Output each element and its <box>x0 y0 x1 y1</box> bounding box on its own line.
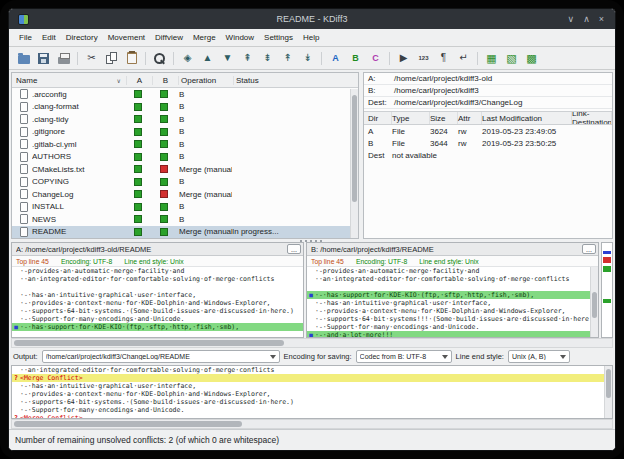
output-horizontal-scrollbar[interactable] <box>11 419 613 429</box>
line-marker <box>12 299 20 307</box>
line-end-combo[interactable]: Unix (A, B) <box>508 350 570 363</box>
dir-merge-button[interactable]: ▧ <box>502 49 521 68</box>
column-header-operation[interactable]: Operation <box>179 76 234 85</box>
scrollbar-thumb[interactable] <box>14 340 284 346</box>
scrollbar-thumb[interactable] <box>606 369 611 398</box>
file-name: COPYING <box>32 177 125 186</box>
menu-item[interactable]: Settings <box>259 33 298 42</box>
select-b-button[interactable]: B <box>346 49 365 68</box>
cut-button[interactable]: ✂ <box>82 49 101 68</box>
diff-horizontal-scrollbar[interactable] <box>11 338 613 348</box>
show-whitespace-button[interactable]: ¶ <box>434 49 453 68</box>
tree-row[interactable]: .clang-tidy B <box>12 113 358 126</box>
paste-button[interactable] <box>122 49 141 68</box>
tree-row[interactable]: .gitignore B <box>12 126 358 139</box>
output-vertical-scrollbar[interactable] <box>604 366 612 418</box>
encoding-for-saving-label: Encoding for saving: <box>284 352 352 361</box>
pane-b-vertical-scrollbar[interactable] <box>590 267 598 337</box>
info-size: 3644 <box>430 139 458 148</box>
close-icon[interactable]: × <box>599 15 604 24</box>
pane-a-browse-button[interactable]: ... <box>287 244 301 254</box>
info-column-link: Link-Destination <box>572 112 612 124</box>
menu-item[interactable]: Directory <box>61 33 103 42</box>
tree-row[interactable]: NEWS B <box>12 213 358 226</box>
menu-item[interactable]: Merge <box>188 33 221 42</box>
diff-section: A: /home/carl/project/kdiff3-old/README … <box>9 242 615 348</box>
tree-row[interactable]: .gitlab-ci.yml B <box>12 138 358 151</box>
tree-row[interactable]: .arcconfig B <box>12 88 358 101</box>
next-unsolved-conflict-button[interactable]: ↡ <box>298 49 317 68</box>
save-button[interactable] <box>34 49 53 68</box>
pane-a-text[interactable]: ·-provides·an·automatic·merge·facility·a… <box>12 267 303 337</box>
scrollbar-thumb[interactable] <box>352 95 357 202</box>
tree-row[interactable]: CMakeLists.txt Merge (manual) <box>12 163 358 176</box>
show-line-numbers-button[interactable]: 123 <box>414 49 433 68</box>
next-conflict-button[interactable]: ⇟ <box>258 49 277 68</box>
pane-b-text[interactable]: ·-provides·an·automatic·merge·facility·a… <box>307 267 598 337</box>
prev-delta-button[interactable]: ▲ <box>198 49 217 68</box>
line-text: ·-·provides·a·context·menu·for·KDE-Dolph… <box>315 307 598 315</box>
source-label: B: <box>368 86 394 95</box>
merge-output-editor[interactable]: ··an·integrated·editor·for·comfortable·s… <box>11 365 613 419</box>
pane-a-info: Top line 45 Encoding: UTF-8 Line end sty… <box>12 256 303 267</box>
dir-compare-button[interactable]: ▦ <box>482 49 501 68</box>
column-header-a[interactable]: A <box>127 76 153 85</box>
titlebar[interactable]: README - KDiff3 ∨ ∧ × <box>9 9 615 29</box>
minimize-icon[interactable]: ∨ <box>568 15 575 24</box>
go-current-delta-button[interactable]: ◈ <box>178 49 197 68</box>
tree-row[interactable]: README Merge (manual) In progress... <box>12 226 358 239</box>
column-header-status[interactable]: Status <box>234 76 358 85</box>
scrollbar-thumb[interactable] <box>592 292 597 319</box>
tree-row[interactable]: .clang-format B <box>12 101 358 114</box>
file-info-panel: A: /home/carl/project/kdiff3-old B: /hom… <box>363 72 613 239</box>
scrollbar-thumb[interactable] <box>14 421 242 427</box>
next-delta-button[interactable]: ▼ <box>218 49 237 68</box>
statusbar: Number of remaining unsolved conflicts: … <box>9 429 615 450</box>
overview-column[interactable] <box>601 242 613 338</box>
line-marker <box>12 398 20 406</box>
menu-item[interactable]: Movement <box>103 33 150 42</box>
line-text: ·-·has·an·intuitive·graphical·user·inter… <box>20 382 612 390</box>
copy-button[interactable] <box>102 49 121 68</box>
tree-vertical-scrollbar[interactable] <box>350 89 358 238</box>
pane-b-browse-button[interactable]: ... <box>582 244 596 254</box>
menu-item[interactable]: Help <box>298 33 324 42</box>
output-path-combo[interactable]: /home/carl/project/kdiff3/ChangeLog/READ… <box>42 350 280 363</box>
select-a-button[interactable]: A <box>326 49 345 68</box>
kdiff3-window: README - KDiff3 ∨ ∧ × FileEditDirectoryM… <box>8 8 616 451</box>
print-button[interactable] <box>54 49 73 68</box>
prev-conflict-button[interactable]: ⇞ <box>238 49 257 68</box>
line-text: ·-·and·a·lot·more!!! <box>315 331 598 337</box>
find-button[interactable] <box>150 49 169 68</box>
maximize-icon[interactable]: ∧ <box>583 15 590 24</box>
tree-row[interactable]: COPYING B <box>12 176 358 189</box>
auto-advance-button[interactable]: ▶ <box>394 49 413 68</box>
line-marker <box>12 390 20 398</box>
menu-item[interactable]: File <box>14 33 37 42</box>
tree-header[interactable]: Name ∨ A B Operation Status <box>12 73 358 88</box>
file-icon <box>20 102 28 112</box>
word-wrap-button[interactable]: ↵ <box>454 49 473 68</box>
menu-item[interactable]: Window <box>221 33 259 42</box>
column-header-name[interactable]: Name ∨ <box>12 76 127 85</box>
tree-row[interactable]: AUTHORS B <box>12 151 358 164</box>
file-icon <box>20 214 28 224</box>
menu-item[interactable]: Edit <box>37 33 61 42</box>
tree-row[interactable]: INSTALL B <box>12 201 358 214</box>
encoding-combo[interactable]: Codec from B: UTF-8 <box>356 350 452 363</box>
prev-unsolved-conflict-button[interactable]: ↟ <box>278 49 297 68</box>
open-button[interactable] <box>14 49 33 68</box>
dir-view-button[interactable]: ▩ <box>522 49 541 68</box>
select-c-button[interactable]: C <box>366 49 385 68</box>
horizontal-splitter[interactable] <box>9 239 615 242</box>
word-wrap-icon: ↵ <box>459 53 467 63</box>
output-label: Output: <box>13 352 38 361</box>
menu-item[interactable]: Diffview <box>150 33 188 42</box>
code-line: ··an·integrated·editor·for·comfortable·s… <box>12 275 303 283</box>
info-type: File <box>392 139 430 148</box>
column-header-b[interactable]: B <box>153 76 179 85</box>
file-name: .arcconfig <box>32 90 125 99</box>
column-a-cell <box>125 178 151 186</box>
overview-mark <box>603 299 611 303</box>
tree-row[interactable]: ChangeLog Merge (manual) <box>12 188 358 201</box>
